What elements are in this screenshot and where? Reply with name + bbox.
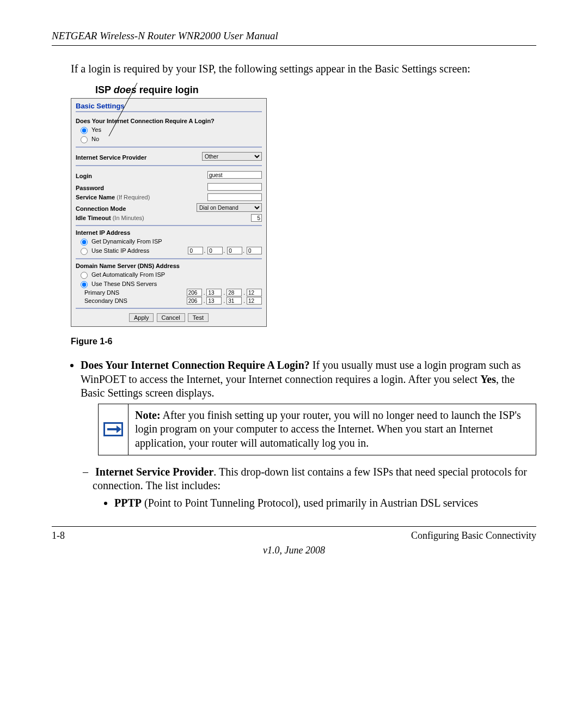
arrow-right-icon <box>103 422 123 436</box>
radio-no[interactable] <box>81 136 88 143</box>
bullet1-bold: Does Your Internet Connection Require A … <box>81 359 310 371</box>
dns-p-oct-3[interactable] <box>226 289 242 296</box>
radio-ip-static[interactable] <box>81 248 88 255</box>
bullet1-yes: Yes <box>480 373 496 385</box>
login-input[interactable] <box>207 171 262 179</box>
sub2-bold: PPTP <box>114 497 142 509</box>
page-number: 1-8 <box>52 530 65 541</box>
callout-em: does <box>114 84 137 95</box>
note-text: After you finish setting up your router,… <box>135 409 521 449</box>
idle-label: Idle Timeout <box>76 215 111 221</box>
dns-s-oct-2[interactable] <box>206 297 222 305</box>
note-box: Note: After you finish setting up your r… <box>98 404 536 455</box>
conn-mode-label: Connection Mode <box>76 205 197 212</box>
dns-s-oct-1[interactable] <box>187 297 202 305</box>
callout-label: ISP does require login <box>95 84 536 96</box>
radio-dns-auto[interactable] <box>81 272 88 279</box>
callout-prefix: ISP <box>95 84 114 95</box>
radio-yes-label: Yes <box>91 126 101 133</box>
cancel-button[interactable]: Cancel <box>157 313 185 322</box>
dns-use-label: Use These DNS Servers <box>91 281 157 287</box>
note-bold: Note: <box>135 409 161 421</box>
password-input[interactable] <box>207 183 262 191</box>
ip-oct-3[interactable] <box>227 247 242 254</box>
password-label: Password <box>76 185 207 191</box>
conn-mode-select[interactable]: Dial on Demand <box>197 203 262 212</box>
sub2-rest: (Point to Point Tunneling Protocol), use… <box>142 497 478 509</box>
radio-ip-dynamic[interactable] <box>81 239 88 246</box>
apply-button[interactable]: Apply <box>129 313 154 322</box>
version-text: v1.0, June 2008 <box>52 545 536 556</box>
idle-paren: (In Minutes) <box>113 215 144 221</box>
dns-p-oct-4[interactable] <box>247 289 262 296</box>
sub-pptp: PPTP (Point to Point Tunneling Protocol)… <box>114 496 536 510</box>
intro-text: If a login is required by your ISP, the … <box>71 62 536 76</box>
service-label: Service Name <box>76 194 115 200</box>
ip-title: Internet IP Address <box>76 229 262 236</box>
footer-rule <box>52 526 536 527</box>
radio-no-label: No <box>91 136 99 142</box>
dns-p-oct-2[interactable] <box>206 289 222 296</box>
require-login-question: Does Your Internet Connection Require A … <box>76 118 262 124</box>
ip-static-label: Use Static IP Address <box>91 247 149 254</box>
basic-settings-screenshot: Basic Settings Does Your Internet Connec… <box>71 98 267 327</box>
sub-isp: Internet Service Provider. This drop-dow… <box>93 465 536 510</box>
section-title: Configuring Basic Connectivity <box>411 530 536 541</box>
service-paren: (If Required) <box>117 194 150 200</box>
shot-title: Basic Settings <box>76 102 262 112</box>
service-input[interactable] <box>207 193 262 201</box>
ip-oct-4[interactable] <box>247 247 262 254</box>
ip-oct-1[interactable] <box>188 247 203 254</box>
figure-caption: Figure 1-6 <box>71 337 536 346</box>
dns-s-oct-4[interactable] <box>247 297 262 305</box>
dns-s-oct-3[interactable] <box>226 297 242 305</box>
isp-label: Internet Service Provider <box>76 154 202 161</box>
header-rule <box>52 45 536 46</box>
test-button[interactable]: Test <box>188 313 209 322</box>
isp-select[interactable]: Other <box>202 152 262 161</box>
dns-auto-label: Get Automatically From ISP <box>91 271 165 278</box>
bullet-require-login: Does Your Internet Connection Require A … <box>81 358 536 510</box>
page-header: NETGEAR Wireless-N Router WNR2000 User M… <box>52 30 536 42</box>
login-label: Login <box>76 173 207 179</box>
dns-secondary-label: Secondary DNS <box>84 297 186 304</box>
ip-dynamic-label: Get Dynamically From ISP <box>91 238 162 245</box>
dns-p-oct-1[interactable] <box>187 289 202 296</box>
callout-suffix: require login <box>137 84 199 95</box>
dns-primary-label: Primary DNS <box>84 289 186 296</box>
radio-dns-use[interactable] <box>81 281 88 288</box>
dns-title: Domain Name Server (DNS) Address <box>76 263 262 269</box>
idle-input[interactable] <box>251 214 262 222</box>
sub1-bold: Internet Service Provider <box>95 466 213 478</box>
radio-yes[interactable] <box>81 127 88 134</box>
ip-oct-2[interactable] <box>207 247 223 254</box>
